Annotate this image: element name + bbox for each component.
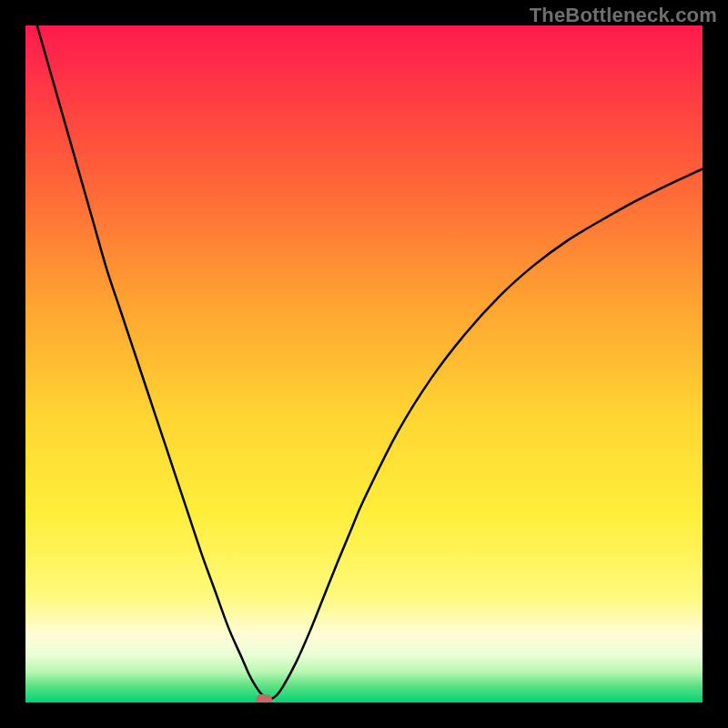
watermark-text: TheBottleneck.com (530, 4, 717, 27)
plot-area (25, 25, 703, 703)
chart-frame: TheBottleneck.com (0, 0, 728, 728)
bottleneck-curve (25, 25, 703, 703)
minimum-marker (256, 694, 272, 703)
